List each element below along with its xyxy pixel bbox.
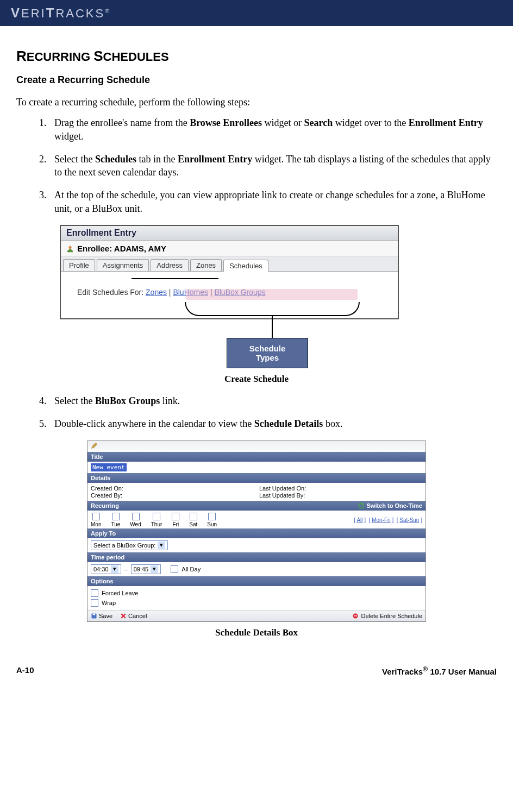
day-wed[interactable]: Wed [130, 513, 141, 527]
subsection-heading: Create a Recurring Schedule [16, 74, 497, 86]
tab-schedules[interactable]: Schedules [223, 260, 268, 272]
svg-point-0 [68, 246, 71, 248]
tab-bar: Profile Assignments Address Zones Schedu… [61, 257, 398, 272]
day-fri[interactable]: Fri [172, 513, 179, 527]
step-5: Double-click anywhere in the calendar to… [49, 417, 497, 430]
step-2: Select the Schedules tab in the Enrollme… [49, 153, 497, 179]
day-sat[interactable]: Sat [189, 513, 197, 527]
tab-zones[interactable]: Zones [190, 259, 222, 271]
section-title-header: Title [87, 452, 426, 462]
section-timeperiod-header: Time period [87, 552, 426, 562]
page-footer: A-10 VeriTracks® 10.7 User Manual [0, 659, 513, 683]
x-icon [120, 613, 127, 619]
link-zones[interactable]: Zones [146, 288, 167, 297]
pencil-icon [91, 443, 97, 449]
callout-bracket [185, 302, 360, 316]
cancel-button[interactable]: Cancel [120, 613, 147, 619]
brand-banner: VERITRACKS® [0, 0, 513, 26]
footer-manual-title: VeriTracks® 10.7 User Manual [382, 665, 497, 676]
enrollee-header: Enrollee: ADAMS, AMY [61, 241, 398, 257]
footer-page-number: A-10 [16, 665, 34, 676]
callout-highlight [186, 289, 358, 300]
chevron-down-icon: ▾ [151, 565, 158, 573]
disk-icon [91, 613, 97, 619]
time-from-select[interactable]: 04:30▾ [91, 564, 121, 574]
last-updated-by-label: Last Updated By: [259, 492, 422, 499]
quicklink-satsun[interactable]: Sat-Sun [399, 517, 419, 523]
created-by-label: Created By: [91, 492, 254, 499]
tab-profile[interactable]: Profile [63, 259, 95, 271]
svg-point-1 [359, 503, 364, 508]
delete-icon [352, 613, 359, 619]
svg-rect-5 [354, 615, 357, 616]
figure-2-caption: Schedule Details Box [16, 627, 497, 638]
save-button[interactable]: Save [91, 613, 112, 619]
time-to-select[interactable]: 09:45▾ [131, 564, 161, 574]
switch-to-onetime-link[interactable]: Switch to One-Time [358, 502, 422, 509]
title-input[interactable]: New event [91, 463, 127, 471]
step-4: Select the BluBox Groups link. [49, 394, 497, 407]
section-options-header: Options [87, 576, 426, 586]
day-sun[interactable]: Sun [207, 513, 217, 527]
section-heading: RECURRING SCHEDULES [16, 48, 497, 65]
delete-schedule-button[interactable]: Delete Entire Schedule [352, 613, 422, 619]
quicklink-all[interactable]: All [356, 517, 362, 523]
brand-logo-text: VERITRACKS® [11, 5, 111, 21]
quicklink-monfri[interactable]: Mon-Fri [372, 517, 390, 523]
tab-assignments[interactable]: Assignments [97, 259, 149, 271]
person-icon [66, 245, 74, 253]
recycle-icon [358, 502, 365, 509]
svg-rect-3 [93, 613, 96, 615]
days-row: Mon Tue Wed Thur Fri Sat Sun [ All ] [ M… [87, 511, 426, 528]
section-details-header: Details [87, 473, 426, 483]
applyto-select[interactable]: Select a BluBox Group: ▾ [91, 540, 168, 550]
created-on-label: Created On: [91, 485, 254, 492]
figure-schedule-details: Title New event Details Created On: Last… [87, 440, 426, 622]
callout-rule [132, 278, 218, 279]
allday-checkbox[interactable]: All Day [171, 564, 201, 574]
day-thur[interactable]: Thur [151, 513, 162, 527]
callout-schedule-types: Schedule Types [227, 338, 308, 368]
tab-address[interactable]: Address [151, 259, 189, 271]
intro-paragraph: To create a recurring schedule, perform … [16, 96, 497, 109]
section-recurring-header: Recurring [91, 502, 119, 509]
window-title: Enrollment Entry [61, 226, 398, 241]
day-tue[interactable]: Tue [111, 513, 120, 527]
section-applyto-header: Apply To [87, 528, 426, 538]
chevron-down-icon: ▾ [158, 542, 165, 549]
option-wrap[interactable]: Wrap [91, 598, 422, 608]
figure-1-caption: Create Schedule [16, 374, 497, 385]
day-mon[interactable]: Mon [91, 513, 101, 527]
option-forced-leave[interactable]: Forced Leave [91, 588, 422, 598]
figure-enrollment-entry: Enrollment Entry Enrollee: ADAMS, AMY Pr… [60, 225, 497, 368]
last-updated-on-label: Last Updated On: [259, 485, 422, 492]
step-3: At the top of the schedule, you can view… [49, 188, 497, 215]
chevron-down-icon: ▾ [111, 565, 118, 573]
edit-schedules-label: Edit Schedules For: [77, 288, 143, 297]
step-1: Drag the enrollee's name from the Browse… [49, 116, 497, 143]
tab-schedules-body: Edit Schedules For: Zones | BluHomes | B… [61, 272, 398, 318]
